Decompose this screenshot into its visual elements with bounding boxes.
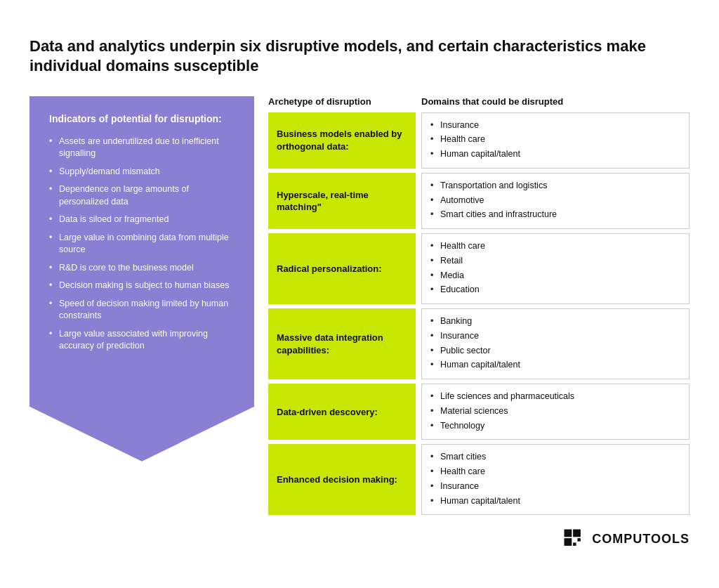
archetype-cell: Massive data integration capabilities: [268, 308, 416, 379]
domain-item: Health care [430, 240, 680, 253]
indicators-list: Assets are underutilized due to ineffici… [49, 136, 235, 353]
domain-item: Media [430, 269, 680, 282]
domain-item: Transportation and logistics [430, 179, 680, 192]
domains-column-header: Domains that could be disrupted [421, 96, 690, 107]
indicator-item: Data is siloed or fragmented [49, 214, 235, 226]
svg-rect-1 [573, 530, 581, 537]
svg-rect-3 [573, 543, 576, 547]
disruption-row: Business models enabled by orthogonal da… [268, 112, 690, 169]
archetype-cell: Radical personalization: [268, 233, 416, 304]
disruption-row: Massive data integration capabilities:Ba… [268, 308, 690, 379]
domains-cell: Life sciences and pharmaceuticalsMateria… [421, 384, 690, 440]
content-row: Indicators of potential for disruption: … [29, 96, 690, 552]
indicator-item: Speed of decision making limited by huma… [49, 298, 235, 322]
logo-row: COMPUTOOLS [268, 526, 690, 551]
domain-item: Technology [430, 419, 680, 433]
domain-item: Human capital/talent [430, 495, 680, 508]
domain-item: Smart cities [430, 450, 680, 464]
domain-item: Education [430, 283, 680, 296]
disruption-row: Data-driven descovery:Life sciences and … [268, 384, 690, 440]
svg-rect-0 [565, 530, 572, 537]
left-panel-inner: Indicators of potential for disruption: … [49, 113, 235, 353]
domain-item: Insurance [430, 119, 680, 132]
domains-cell: InsuranceHealth careHuman capital/talent [421, 112, 690, 169]
domain-item: Insurance [430, 329, 680, 343]
disruption-row: Radical personalization:Health careRetai… [268, 233, 690, 304]
column-headers: Archetype of disruption Domains that cou… [268, 96, 690, 107]
domain-item: Retail [430, 254, 680, 268]
domains-cell: Smart citiesHealth careInsuranceHuman ca… [421, 444, 690, 515]
indicator-item: Assets are underutilized due to ineffici… [49, 136, 235, 160]
domains-cell: BankingInsurancePublic sectorHuman capit… [421, 308, 690, 379]
domains-cell: Health careRetailMediaEducation [421, 233, 690, 304]
domain-item: Human capital/talent [430, 148, 680, 161]
left-panel: Indicators of potential for disruption: … [29, 96, 254, 462]
indicator-item: R&D is core to the business model [49, 262, 235, 275]
domain-item: Health care [430, 133, 680, 146]
archetype-cell: Data-driven descovery: [268, 384, 416, 440]
svg-rect-2 [565, 539, 572, 547]
page: Data and analytics underpin six disrupti… [15, 15, 704, 573]
left-panel-heading: Indicators of potential for disruption: [49, 113, 235, 124]
domain-item: Health care [430, 465, 680, 478]
indicator-item: Large value in combining data from multi… [49, 232, 235, 256]
domain-item: Automotive [430, 194, 680, 207]
computools-logo-icon [561, 526, 586, 551]
domain-item: Human capital/talent [430, 358, 680, 372]
disruption-rows: Business models enabled by orthogonal da… [268, 112, 690, 516]
domain-item: Public sector [430, 344, 680, 358]
indicator-item: Large value associated with improving ac… [49, 328, 235, 353]
disruption-row: Hyperscale, real-time matching"Transport… [268, 173, 690, 229]
archetype-column-header: Archetype of disruption [268, 96, 416, 107]
domain-item: Insurance [430, 480, 680, 493]
svg-rect-4 [578, 539, 581, 542]
archetype-cell: Business models enabled by orthogonal da… [268, 112, 416, 169]
domain-item: Life sciences and pharmaceuticals [430, 390, 680, 403]
page-title: Data and analytics underpin six disrupti… [29, 37, 690, 77]
indicator-item: Supply/demand mismatch [49, 166, 235, 178]
right-section: Archetype of disruption Domains that cou… [268, 96, 690, 552]
domains-cell: Transportation and logisticsAutomotiveSm… [421, 173, 690, 229]
archetype-cell: Hyperscale, real-time matching" [268, 173, 416, 229]
indicator-item: Decision making is subject to human bias… [49, 280, 235, 292]
indicator-item: Dependence on large amounts of personali… [49, 183, 235, 208]
archetype-cell: Enhanced decision making: [268, 444, 416, 515]
domain-item: Banking [430, 315, 680, 328]
logo-text: COMPUTOOLS [592, 532, 690, 547]
disruption-row: Enhanced decision making:Smart citiesHea… [268, 444, 690, 515]
domain-item: Smart cities and infrastructure [430, 208, 680, 221]
domain-item: Material sciences [430, 405, 680, 418]
